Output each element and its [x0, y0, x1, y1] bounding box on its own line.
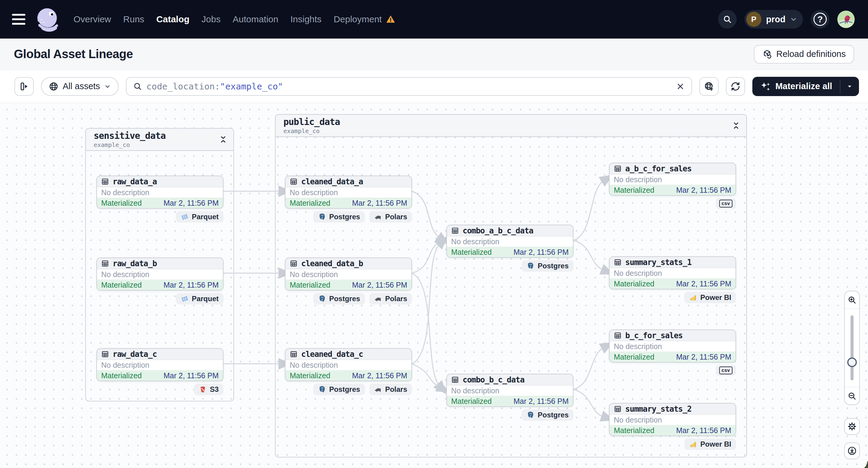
asset-tags-row: Postgres: [446, 409, 574, 421]
materialize-all-button[interactable]: Materialize all: [752, 77, 859, 96]
asset-node-combo-b-c-data[interactable]: combo_b_c_data No description Materializ…: [446, 374, 574, 407]
asset-status-row[interactable]: MaterializedMar 2, 11:56 PM: [285, 370, 411, 381]
asset-node-summary-stats-1[interactable]: summary_stats_1 No description Materiali…: [609, 256, 736, 289]
help-button[interactable]: ?: [811, 10, 830, 29]
status-badge: Materialized: [614, 426, 654, 435]
asset-node-cleaned-data-b[interactable]: cleaned_data_b No description Materializ…: [285, 257, 412, 291]
chevron-down-icon: [104, 83, 111, 90]
tag-postgres[interactable]: Postgres: [313, 211, 365, 223]
nav-item-runs[interactable]: Runs: [123, 14, 144, 24]
asset-node-raw-data-a[interactable]: raw_data_a No description MaterializedMa…: [96, 176, 223, 209]
asset-node-raw-data-c[interactable]: raw_data_c No description MaterializedMa…: [96, 348, 223, 381]
open-sidebar-button[interactable]: [14, 77, 34, 96]
group-header[interactable]: public_data example_co: [276, 115, 746, 137]
collapse-group-icon[interactable]: [219, 135, 227, 144]
table-icon: [614, 332, 622, 339]
zoom-out-button[interactable]: [845, 387, 859, 404]
tag-polars[interactable]: Polars: [369, 384, 412, 395]
caret-down-icon: [846, 83, 853, 90]
nav-item-automation[interactable]: Automation: [232, 14, 278, 24]
warning-icon: [385, 14, 396, 24]
status-badge: Materialized: [614, 353, 654, 362]
asset-node-b-c-for-sales[interactable]: b_c_for_sales No description Materialize…: [609, 330, 736, 363]
power-bi-icon: [689, 293, 697, 302]
tag-postgres[interactable]: Postgres: [522, 260, 574, 272]
filter-scope-button[interactable]: [699, 77, 719, 96]
tag-postgres[interactable]: Postgres: [313, 384, 365, 395]
asset-status-row[interactable]: MaterializedMar 2, 11:56 PM: [285, 279, 411, 290]
nav-item-jobs[interactable]: Jobs: [202, 14, 220, 24]
asset-node-summary-stats-2[interactable]: summary_stats_2 No description Materiali…: [609, 403, 736, 436]
sparkles-icon: [760, 81, 770, 92]
asset-node-a-b-c-for-sales[interactable]: a_b_c_for_sales No description Materiali…: [609, 163, 736, 196]
materialization-time: Mar 2, 11:56 PM: [352, 199, 407, 208]
asset-node-raw-data-b[interactable]: raw_data_b No description MaterializedMa…: [96, 257, 223, 291]
asset-status-row[interactable]: MaterializedMar 2, 11:56 PM: [610, 185, 736, 195]
zoom-in-button[interactable]: [845, 291, 859, 309]
download-graph-button[interactable]: [844, 442, 860, 459]
materialization-time: Mar 2, 11:56 PM: [352, 371, 407, 380]
materialization-time: Mar 2, 11:56 PM: [514, 248, 569, 257]
tag-csv[interactable]: csv: [716, 365, 736, 376]
tag-parquet[interactable]: Parquet: [176, 293, 223, 305]
lineage-canvas[interactable]: sensitive_data example_co public_data ex…: [0, 103, 868, 468]
tag-postgres[interactable]: Postgres: [313, 293, 365, 305]
asset-status-row[interactable]: MaterializedMar 2, 11:56 PM: [97, 197, 223, 208]
reload-definitions-label: Reload definitions: [776, 49, 846, 59]
nav-item-insights[interactable]: Insights: [290, 14, 321, 24]
graph-settings-button[interactable]: [844, 418, 860, 435]
nav-item-catalog[interactable]: Catalog: [156, 14, 189, 24]
tag-polars[interactable]: Polars: [369, 211, 412, 223]
polars-icon: [374, 385, 382, 394]
zoom-control: [844, 291, 860, 405]
polars-icon: [374, 213, 382, 221]
tag-power-bi[interactable]: Power BI: [684, 438, 736, 450]
postgres-icon: [526, 411, 535, 419]
asset-status-row[interactable]: MaterializedMar 2, 11:56 PM: [97, 370, 223, 381]
group-title: sensitive_data: [94, 130, 225, 141]
tag-s3[interactable]: S3: [194, 384, 223, 395]
table-icon: [290, 350, 298, 358]
nav-item-deployment[interactable]: Deployment: [334, 14, 396, 24]
group-header[interactable]: sensitive_data example_co: [86, 129, 234, 151]
deployment-switcher[interactable]: P prod: [745, 10, 803, 29]
tag-polars[interactable]: Polars: [369, 293, 412, 305]
asset-tags-row: Postgres: [446, 260, 574, 272]
asset-search-input[interactable]: code_location: "example_co": [126, 77, 692, 96]
user-avatar[interactable]: [837, 10, 855, 28]
asset-status-row[interactable]: MaterializedMar 2, 11:56 PM: [610, 425, 736, 435]
table-icon: [101, 259, 109, 268]
asset-status-row[interactable]: MaterializedMar 2, 11:56 PM: [97, 279, 223, 290]
status-badge: Materialized: [101, 371, 142, 380]
asset-status-row[interactable]: MaterializedMar 2, 11:56 PM: [610, 351, 736, 362]
globe-icon: [49, 82, 58, 91]
collapse-group-icon[interactable]: [732, 121, 740, 130]
asset-node-combo-a-b-c-data[interactable]: combo_a_b_c_data No description Material…: [446, 225, 574, 258]
zoom-slider[interactable]: [845, 309, 859, 387]
tag-postgres[interactable]: Postgres: [522, 409, 574, 421]
tag-power-bi[interactable]: Power BI: [684, 292, 736, 303]
asset-node-cleaned-data-c[interactable]: cleaned_data_c No description Materializ…: [285, 348, 412, 381]
table-icon: [451, 376, 459, 384]
asset-scope-dropdown[interactable]: All assets: [41, 77, 119, 96]
global-search-button[interactable]: [718, 10, 737, 29]
asset-status-row[interactable]: MaterializedMar 2, 11:56 PM: [447, 247, 573, 257]
search-icon: [723, 15, 732, 24]
hamburger-menu-icon[interactable]: [11, 12, 27, 27]
parquet-icon: [181, 213, 189, 221]
refresh-button[interactable]: [726, 77, 745, 96]
materialize-options-button[interactable]: [840, 77, 859, 96]
asset-status-row[interactable]: MaterializedMar 2, 11:56 PM: [285, 197, 411, 208]
reload-definitions-button[interactable]: Reload definitions: [754, 45, 854, 64]
asset-node-cleaned-data-a[interactable]: cleaned_data_a No description Materializ…: [285, 176, 412, 209]
tag-parquet[interactable]: Parquet: [176, 211, 223, 223]
tag-csv[interactable]: csv: [716, 198, 736, 209]
postgres-icon: [318, 213, 326, 221]
zoom-slider-thumb[interactable]: [847, 357, 857, 367]
asset-status-row[interactable]: MaterializedMar 2, 11:56 PM: [447, 396, 573, 406]
zoom-slider-track[interactable]: [850, 315, 854, 380]
nav-item-overview[interactable]: Overview: [73, 14, 111, 24]
clear-search-icon[interactable]: [676, 82, 685, 91]
materialize-all-main[interactable]: Materialize all: [752, 77, 840, 96]
asset-status-row[interactable]: MaterializedMar 2, 11:56 PM: [610, 278, 736, 289]
